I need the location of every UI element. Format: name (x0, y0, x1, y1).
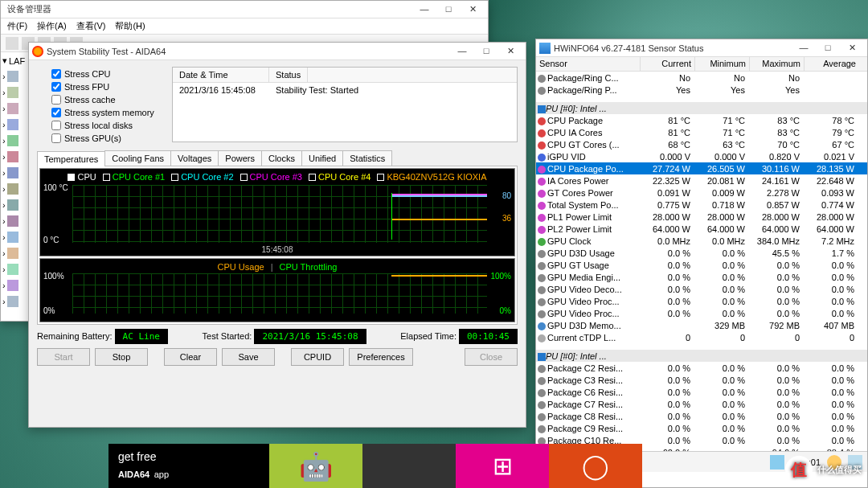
cpuid-button[interactable]: CPUID (291, 348, 344, 366)
y-bot: 0 °C (43, 236, 59, 244)
stress-check-4[interactable]: Stress local disks (37, 120, 166, 131)
log-col-status: Status (269, 68, 308, 82)
elapsed-label: Elapsed Time: (400, 331, 457, 341)
sensor-row[interactable]: Package C3 Resi...0.0 %0.0 %0.0 %0.0 % (536, 374, 867, 386)
sensor-row[interactable]: GT Cores Power0.091 W0.009 W2.278 W0.093… (536, 187, 867, 199)
start-button: Start (37, 348, 90, 366)
tab-voltages[interactable]: Voltages (170, 150, 219, 166)
sensor-row[interactable]: Package/Ring P...YesYesYes (536, 84, 867, 96)
tool-icon[interactable] (770, 455, 784, 470)
col-current[interactable]: Current (641, 57, 695, 71)
sensor-row[interactable]: Package C9 Resi...0.0 %0.0 %0.0 %0.0 % (536, 422, 867, 434)
col-max[interactable]: Maximum (750, 57, 805, 71)
hw-rows[interactable]: Package/Ring C...NoNoNoPackage/Ring P...… (536, 72, 867, 451)
legend-item[interactable]: CPU Core #2 (171, 172, 233, 182)
legend-item[interactable]: CPU Core #4 (309, 172, 371, 182)
sensor-row[interactable]: GPU Clock0.0 MHz0.0 MHz384.0 MHz7.2 MHz (536, 235, 867, 247)
stress-check-1[interactable]: Stress FPU (37, 81, 166, 92)
tree-root[interactable]: ▾ LAF (2, 55, 25, 66)
toolbar-icon[interactable] (6, 37, 18, 50)
hw-columns: Sensor Current Minimum Maximum Average (536, 57, 867, 72)
close-button[interactable]: ✕ (498, 43, 522, 59)
preferences-button[interactable]: Preferences (349, 348, 413, 366)
tab-temperatures[interactable]: Temperatures (37, 151, 105, 166)
sensor-row[interactable]: GPU D3D Memo...329 MB792 MB407 MB (536, 319, 867, 331)
sensor-row[interactable]: Package/Ring C...NoNoNo (536, 72, 867, 84)
started-value: 2021/3/16 15:45:08 (254, 329, 366, 344)
save-button[interactable]: Save (222, 348, 275, 366)
sensor-row[interactable]: CPU IA Cores81 °C71 °C83 °C79 °C (536, 126, 867, 138)
android-icon: 🤖 (299, 450, 333, 482)
dm-tree[interactable]: ▾ LAF › › › › › › › › › › › › › › › (1, 52, 30, 321)
hw-titlebar[interactable]: HWiNFO64 v6.27-4181 Sensor Status — □ ✕ (536, 39, 867, 57)
col-avg[interactable]: Average (805, 57, 859, 71)
sensor-row[interactable]: CPU GT Cores (...68 °C63 °C70 °C67 °C (536, 138, 867, 150)
ubuntu-icon: ◯ (582, 452, 609, 480)
stress-check-0[interactable]: Stress CPU (37, 68, 166, 80)
hwinfo-window: HWiNFO64 v6.27-4181 Sensor Status — □ ✕ … (535, 39, 868, 488)
sensor-row[interactable]: GPU D3D Usage0.0 %0.0 %45.5 %1.7 % (536, 247, 867, 259)
close-button[interactable]: ✕ (840, 40, 864, 56)
minimize-button[interactable]: — (450, 43, 474, 59)
sensor-group[interactable]: CPU [#0]: Intel ... (536, 102, 867, 114)
clear-button[interactable]: Clear (164, 348, 217, 366)
maximize-button[interactable]: □ (436, 2, 461, 18)
sensor-row[interactable]: Package C2 Resi...0.0 %0.0 %0.0 %0.0 % (536, 362, 867, 374)
tab-cooling fans[interactable]: Cooling Fans (104, 150, 171, 166)
menu-action[interactable]: 操作(A) (37, 20, 67, 32)
menu-file[interactable]: 件(F) (7, 20, 27, 32)
dm-menubar: 件(F) 操作(A) 查看(V) 帮助(H) (1, 18, 488, 35)
tab-powers[interactable]: Powers (218, 150, 262, 166)
sensor-row[interactable]: PL2 Power Limit64.000 W64.000 W64.000 W6… (536, 223, 867, 235)
sensor-group[interactable]: CPU [#0]: Intel ... (536, 350, 867, 362)
sensor-row[interactable]: CPU Package Po...27.724 W26.505 W30.116 … (536, 162, 867, 174)
col-min[interactable]: Minimum (695, 57, 750, 71)
aida-titlebar[interactable]: System Stability Test - AIDA64 — □ ✕ (29, 43, 526, 60)
menu-help[interactable]: 帮助(H) (115, 20, 145, 32)
sensor-row[interactable]: Package C7 Resi...0.0 %0.0 %0.0 %0.0 % (536, 398, 867, 410)
maximize-button[interactable]: □ (816, 40, 840, 56)
aida-title: System Stability Test - AIDA64 (43, 47, 450, 56)
windows-icon: ⊞ (493, 452, 513, 480)
sensor-row[interactable]: Package C8 Resi...0.0 %0.0 %0.0 %0.0 % (536, 410, 867, 422)
battery-value: AC Line (115, 329, 168, 344)
sensor-row[interactable]: GPU GT Usage0.0 %0.0 %0.0 %0.0 % (536, 259, 867, 271)
tab-unified[interactable]: Unified (301, 150, 343, 166)
maximize-button[interactable]: □ (474, 43, 498, 59)
legend-item[interactable]: CPU (68, 172, 96, 182)
sensor-row[interactable]: GPU Video Deco...0.0 %0.0 %0.0 %0.0 % (536, 283, 867, 295)
legend-item[interactable]: CPU Core #3 (240, 172, 302, 182)
minimize-button[interactable]: — (412, 2, 436, 18)
battery-label: Remaining Battery: (37, 331, 113, 341)
sensor-row[interactable]: GPU Video Proc...0.0 %0.0 %0.0 %0.0 % (536, 307, 867, 319)
elapsed-value: 00:10:45 (459, 329, 518, 344)
stress-check-3[interactable]: Stress system memory (37, 107, 166, 118)
sensor-row[interactable]: iGPU VID0.000 V0.000 V0.820 V0.021 V (536, 150, 867, 162)
aida64-banner[interactable]: get free AIDA64 app 🤖 ⊞ ◯ (108, 444, 671, 488)
stop-button[interactable]: Stop (95, 348, 148, 366)
sensor-row[interactable]: CPU Package81 °C71 °C83 °C78 °C (536, 114, 867, 126)
close-button[interactable]: ✕ (461, 2, 485, 18)
sensor-row[interactable]: IA Cores Power22.325 W20.081 W24.161 W22… (536, 174, 867, 187)
sensor-row[interactable]: GPU Video Proc...0.0 %0.0 %0.0 %0.0 % (536, 295, 867, 307)
sensor-row[interactable]: PL1 Power Limit28.000 W28.000 W28.000 W2… (536, 211, 867, 223)
legend-item[interactable]: CPU Core #1 (103, 172, 165, 182)
minimize-button[interactable]: — (792, 40, 816, 56)
dm-titlebar[interactable]: 设备管理器 — □ ✕ (1, 1, 488, 18)
col-sensor[interactable]: Sensor (536, 57, 641, 71)
sensor-row[interactable]: Total System Po...0.775 W0.718 W0.857 W0… (536, 199, 867, 211)
tabs: TemperaturesCooling FansVoltagesPowersCl… (37, 150, 518, 166)
tab-clocks[interactable]: Clocks (261, 150, 302, 166)
stress-check-5[interactable]: Stress GPU(s) (37, 133, 166, 144)
smzdm-icon: 值 (785, 456, 813, 483)
log-datetime: 2021/3/16 15:45:08 (173, 83, 269, 97)
stress-check-2[interactable]: Stress cache (37, 94, 166, 105)
sensor-row[interactable]: Current cTDP L...0000 (536, 331, 867, 343)
tab-statistics[interactable]: Statistics (342, 150, 392, 166)
cpu-usage-graph: CPU Usage|CPU Throttling 100% 0% 100% 0% (39, 258, 515, 322)
banner-line1: get free (118, 450, 156, 463)
sensor-row[interactable]: Package C6 Resi...0.0 %0.0 %0.0 %0.0 % (536, 386, 867, 398)
menu-view[interactable]: 查看(V) (76, 20, 106, 32)
sensor-row[interactable]: GPU Media Engi...0.0 %0.0 %0.0 %0.0 % (536, 271, 867, 283)
legend-item[interactable]: KBG40ZNV512G KIOXIA (377, 172, 486, 182)
